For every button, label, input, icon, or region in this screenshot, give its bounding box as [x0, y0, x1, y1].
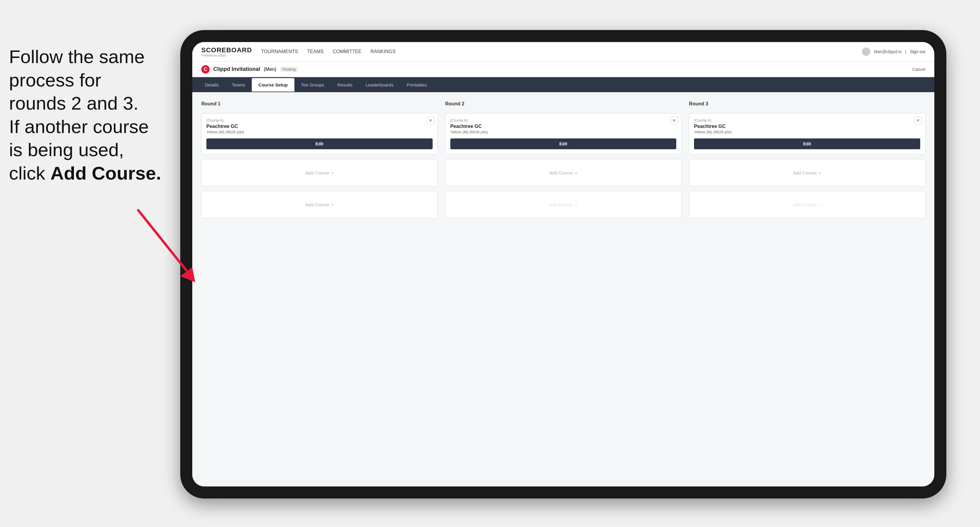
round-3-add-course-2-text: Add Course +	[793, 202, 821, 207]
nav-left: SCOREBOARD Powered by clippd TOURNAMENTS…	[201, 46, 396, 57]
tablet-device: SCOREBOARD Powered by clippd TOURNAMENTS…	[180, 30, 947, 498]
round-1-column: Round 1 ✕ (Course A) Peachtree GC Yellow…	[201, 101, 438, 218]
user-email: blair@clippd.io	[874, 49, 902, 54]
round-2-edit-button[interactable]: Edit	[450, 138, 676, 149]
logo-text: SCOREBOARD	[201, 46, 252, 54]
hosting-badge: Hosting	[280, 67, 298, 72]
round-2-add-course-1-text: Add Course +	[549, 170, 578, 175]
round-2-add-course-1[interactable]: Add Course +	[445, 159, 682, 186]
cancel-button[interactable]: Cancel	[912, 67, 925, 72]
tab-details[interactable]: Details	[198, 78, 225, 92]
round-3-course-tag: (Course A)	[694, 118, 920, 122]
sub-header-left: C Clippd Invitational (Men) Hosting	[201, 65, 298, 73]
logo-subtitle: Powered by clippd	[201, 54, 252, 57]
main-content: Round 1 ✕ (Course A) Peachtree GC Yellow…	[192, 92, 934, 486]
tournament-gender: (Men)	[264, 67, 277, 72]
nav-right: blair@clippd.io | Sign out	[862, 48, 925, 56]
round-3-add-course-2: Add Course +	[689, 191, 925, 218]
nav-tournaments[interactable]: TOURNAMENTS	[261, 49, 298, 54]
round-1-add-course-1[interactable]: Add Course +	[201, 159, 438, 186]
tab-leaderboards[interactable]: Leaderboards	[359, 78, 400, 92]
rounds-grid: Round 1 ✕ (Course A) Peachtree GC Yellow…	[201, 101, 925, 218]
logo-area: SCOREBOARD Powered by clippd	[201, 46, 252, 57]
round-2-delete-button[interactable]: ✕	[670, 116, 678, 124]
round-1-label: Round 1	[201, 101, 438, 106]
tablet-screen: SCOREBOARD Powered by clippd TOURNAMENTS…	[192, 42, 934, 486]
round-2-label: Round 2	[445, 101, 682, 106]
round-1-course-details: Yellow (M) (6629 yds)	[207, 130, 433, 134]
user-avatar	[862, 48, 870, 56]
nav-teams[interactable]: TEAMS	[307, 49, 324, 54]
round-3-add-course-1[interactable]: Add Course +	[689, 159, 925, 186]
tab-printables[interactable]: Printables	[400, 78, 434, 92]
round-2-course-details: Yellow (M) (6629 yds)	[450, 130, 676, 134]
round-2-column: Round 2 ✕ (Course A) Peachtree GC Yellow…	[445, 101, 682, 218]
round-3-add-course-1-text: Add Course +	[793, 170, 821, 175]
round-1-add-course-2[interactable]: Add Course +	[201, 191, 438, 218]
round-1-add-course-1-text: Add Course +	[305, 170, 334, 175]
round-2-course-card: ✕ (Course A) Peachtree GC Yellow (M) (66…	[445, 113, 682, 154]
round-3-course-card: ✕ (Course A) Peachtree GC Yellow (M) (66…	[689, 113, 925, 154]
tab-tee-groups[interactable]: Tee Groups	[294, 78, 331, 92]
sub-header: C Clippd Invitational (Men) Hosting Canc…	[192, 62, 934, 77]
tab-results[interactable]: Results	[331, 78, 359, 92]
round-1-delete-button[interactable]: ✕	[426, 116, 434, 124]
round-1-course-card: ✕ (Course A) Peachtree GC Yellow (M) (66…	[201, 113, 438, 154]
round-3-label: Round 3	[689, 101, 925, 106]
round-3-course-details: Yellow (M) (6629 yds)	[694, 130, 920, 134]
instruction-text: Follow the same process for rounds 2 and…	[0, 45, 174, 185]
tabs-bar: Details Teams Course Setup Tee Groups Re…	[192, 77, 934, 92]
sign-out-link[interactable]: Sign out	[910, 49, 925, 54]
round-2-course-tag: (Course A)	[450, 118, 676, 122]
round-1-edit-button[interactable]: Edit	[207, 138, 433, 149]
tab-teams[interactable]: Teams	[225, 78, 252, 92]
tab-course-setup[interactable]: Course Setup	[252, 78, 294, 92]
round-3-column: Round 3 ✕ (Course A) Peachtree GC Yellow…	[689, 101, 925, 218]
nav-rankings[interactable]: RANKINGS	[371, 49, 396, 54]
round-1-course-name: Peachtree GC	[207, 124, 433, 129]
nav-links: TOURNAMENTS TEAMS COMMITTEE RANKINGS	[261, 49, 396, 54]
round-3-edit-button[interactable]: Edit	[694, 138, 920, 149]
nav-separator: |	[905, 49, 907, 54]
clippd-logo-icon: C	[201, 65, 210, 73]
nav-committee[interactable]: COMMITTEE	[332, 49, 361, 54]
top-navigation: SCOREBOARD Powered by clippd TOURNAMENTS…	[192, 42, 934, 62]
round-1-add-course-2-text: Add Course +	[305, 202, 334, 207]
svg-line-0	[138, 210, 186, 270]
round-2-course-name: Peachtree GC	[450, 124, 676, 129]
round-1-course-tag: (Course A)	[207, 118, 433, 122]
round-2-add-course-2-text: Add Course +	[549, 202, 578, 207]
round-3-course-name: Peachtree GC	[694, 124, 920, 129]
tournament-name: Clippd Invitational	[213, 66, 260, 72]
round-3-delete-button[interactable]: ✕	[914, 116, 922, 124]
round-2-add-course-2: Add Course +	[445, 191, 682, 218]
